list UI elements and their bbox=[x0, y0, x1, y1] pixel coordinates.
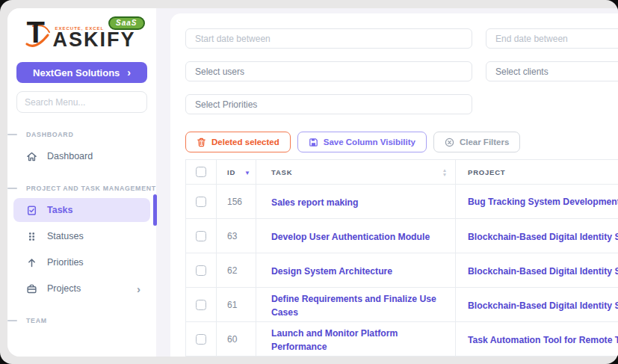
row-checkbox[interactable] bbox=[196, 197, 206, 207]
task-link[interactable]: Sales report making bbox=[271, 197, 359, 208]
task-id: 156 bbox=[217, 185, 256, 219]
project-link[interactable]: Bug Tracking System Development bbox=[468, 197, 618, 207]
toolbar: Deleted selected Save Column Visibility bbox=[185, 132, 618, 152]
save-column-visibility-button[interactable]: Save Column Visibility bbox=[297, 132, 427, 152]
workspace-button[interactable]: NextGen Solutions › bbox=[16, 62, 147, 83]
sidebar: T EXECUTE, EXCEL ASKIFY SaaS NextGen Sol… bbox=[7, 8, 156, 357]
logo-wordmark: ASKIFY bbox=[53, 28, 136, 52]
taskify-logo: T EXECUTE, EXCEL ASKIFY SaaS bbox=[25, 19, 139, 53]
briefcase-icon bbox=[26, 283, 37, 294]
sidebar-item-tasks[interactable]: Tasks bbox=[13, 198, 150, 222]
row-checkbox[interactable] bbox=[196, 265, 206, 276]
saas-badge: SaaS bbox=[108, 16, 144, 30]
app-screen: T EXECUTE, EXCEL ASKIFY SaaS NextGen Sol… bbox=[0, 0, 618, 364]
column-header-id[interactable]: ID▼ bbox=[217, 160, 256, 185]
section-dash bbox=[7, 134, 17, 135]
table-body: 156Sales report makingBug Tracking Syste… bbox=[186, 185, 618, 357]
row-checkbox[interactable] bbox=[196, 231, 206, 241]
filters: Select users Select clients Select Prior… bbox=[185, 28, 618, 114]
task-id: 62 bbox=[217, 253, 256, 288]
save-column-visibility-label: Save Column Visibility bbox=[324, 138, 415, 146]
table-row: 63Develop User Authentication ModuleBloc… bbox=[186, 219, 618, 253]
sidebar-item-dashboard[interactable]: Dashboard bbox=[13, 144, 150, 168]
task-id: 61 bbox=[217, 288, 256, 322]
table-row: 60Launch and Monitor Platform Performanc… bbox=[186, 322, 618, 357]
section-dash bbox=[7, 320, 17, 321]
delete-selected-label: Deleted selected bbox=[211, 138, 279, 146]
row-checkbox[interactable] bbox=[196, 334, 206, 345]
select-all-checkbox[interactable] bbox=[196, 167, 206, 177]
sidebar-section-header: DASHBOARD bbox=[7, 131, 156, 138]
task-id: 60 bbox=[217, 322, 256, 357]
table-header-row: ID▼ TASK ▲▼ PROJECT bbox=[186, 160, 618, 185]
arrow-up-icon bbox=[26, 257, 37, 268]
column-header-project[interactable]: PROJECT bbox=[456, 160, 618, 185]
main-panel: Select users Select clients Select Prior… bbox=[170, 13, 618, 357]
sidebar-section-header: PROJECT AND TASK MANAGEMENT bbox=[7, 185, 156, 192]
task-link[interactable]: Launch and Monitor Platform Performance bbox=[271, 328, 398, 352]
workspace-button-label: NextGen Solutions bbox=[33, 67, 120, 78]
delete-selected-button[interactable]: Deleted selected bbox=[185, 132, 291, 152]
logo-letter-t: T bbox=[27, 16, 45, 49]
sidebar-item-priorities[interactable]: Priorities bbox=[13, 250, 150, 274]
sidebar-item-projects[interactable]: Projects› bbox=[13, 277, 150, 300]
home-icon bbox=[26, 151, 37, 162]
sidebar-item-statuses[interactable]: Statuses bbox=[13, 224, 150, 248]
clear-filters-label: Clear Filters bbox=[460, 138, 509, 146]
trash-icon bbox=[197, 138, 206, 147]
sidebar-section-header: TEAM bbox=[7, 317, 156, 324]
start-date-input[interactable] bbox=[185, 28, 472, 49]
sidebar-search-input[interactable] bbox=[16, 91, 147, 113]
select-priorities-dropdown[interactable]: Select Priorities bbox=[185, 94, 472, 114]
task-link[interactable]: Define Requirements and Finalize Use Cas… bbox=[271, 294, 436, 318]
tasks-icon bbox=[26, 205, 37, 216]
table-row: 62Design System ArchitectureBlockchain-B… bbox=[186, 253, 618, 288]
tasks-table: ID▼ TASK ▲▼ PROJECT 156Sales report maki… bbox=[185, 159, 618, 357]
row-checkbox[interactable] bbox=[196, 300, 206, 310]
task-link[interactable]: Develop User Authentication Module bbox=[271, 232, 430, 242]
save-icon bbox=[309, 138, 318, 147]
circle-x-icon bbox=[445, 138, 454, 147]
project-link[interactable]: Blockchain-Based Digital Identity System bbox=[468, 266, 618, 277]
project-link[interactable]: Blockchain-Based Digital Identity System bbox=[468, 300, 618, 311]
task-link[interactable]: Design System Architecture bbox=[271, 266, 392, 277]
project-link[interactable]: Task Automation Tool for Remote Teams bbox=[468, 335, 618, 345]
table-row: 61Define Requirements and Finalize Use C… bbox=[186, 288, 618, 322]
app-window: T EXECUTE, EXCEL ASKIFY SaaS NextGen Sol… bbox=[7, 8, 618, 357]
project-link[interactable]: Blockchain-Based Digital Identity System bbox=[468, 232, 618, 242]
chevron-right-icon: › bbox=[127, 67, 131, 78]
clear-filters-button[interactable]: Clear Filters bbox=[433, 132, 520, 152]
column-header-task[interactable]: TASK ▲▼ bbox=[256, 160, 456, 185]
task-id: 63 bbox=[217, 219, 256, 253]
chevron-right-icon: › bbox=[137, 283, 150, 295]
section-dash bbox=[7, 188, 17, 189]
end-date-input[interactable] bbox=[486, 28, 618, 49]
sort-icon: ▲▼ bbox=[442, 168, 448, 176]
sidebar-nav: DASHBOARDDashboardPROJECT AND TASK MANAG… bbox=[7, 131, 156, 324]
table-row: 156Sales report makingBug Tracking Syste… bbox=[186, 185, 618, 219]
sort-desc-icon: ▼ bbox=[244, 170, 251, 176]
select-users-dropdown[interactable]: Select users bbox=[185, 61, 472, 81]
grid-dots-icon bbox=[26, 231, 37, 242]
select-clients-dropdown[interactable]: Select clients bbox=[486, 61, 618, 81]
